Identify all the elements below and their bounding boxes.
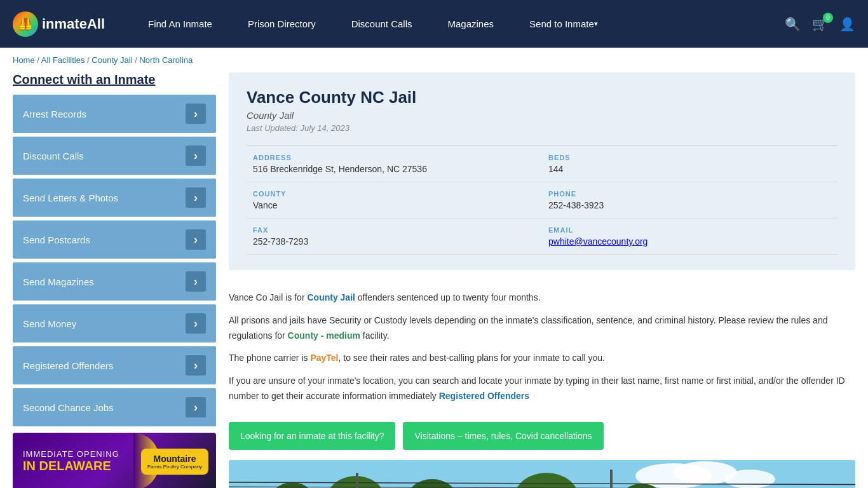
breadcrumb: Home / All Facilities / County Jail / No… — [0, 48, 868, 72]
fax-cell: FAX 252-738-7293 — [247, 219, 542, 255]
desc-para-1: Vance Co Jail is for County Jail offende… — [229, 290, 855, 306]
address-cell: ADDRESS 516 Breckenridge St, Henderson, … — [247, 146, 542, 182]
ad-text: IMMEDIATE OPENING IN DELAWARE — [13, 442, 133, 481]
arrow-icon: › — [186, 187, 206, 208]
info-grid: ADDRESS 516 Breckenridge St, Henderson, … — [247, 146, 837, 255]
county-cell: COUNTY Vance — [247, 182, 542, 219]
action-buttons: Looking for an inmate at this facility? … — [229, 422, 855, 450]
nav-magazines[interactable]: Magazines — [430, 0, 512, 48]
breadcrumb-county-jail[interactable]: County Jail — [92, 55, 132, 65]
logo[interactable]: 🦺 inmateAll — [13, 11, 105, 37]
breadcrumb-all-facilities[interactable]: All Facilities — [41, 55, 85, 65]
arrow-icon: › — [186, 271, 206, 292]
breadcrumb-home[interactable]: Home — [13, 55, 35, 65]
sidebar-send-money[interactable]: Send Money › — [13, 304, 216, 342]
arrow-icon: › — [186, 146, 206, 166]
phone-label: PHONE — [548, 190, 831, 198]
desc-para-3: The phone carrier is PayTel, to see thei… — [229, 351, 855, 366]
email-label: EMAIL — [548, 226, 831, 234]
logo-text: inmateAll — [42, 16, 105, 32]
site-header: 🦺 inmateAll Find An Inmate Prison Direct… — [0, 0, 868, 48]
phone-cell: PHONE 252-438-3923 — [542, 182, 837, 219]
connect-heading: Connect with an Inmate — [13, 72, 216, 87]
sidebar-send-letters[interactable]: Send Letters & Photos › — [13, 179, 216, 217]
sidebar-send-magazines[interactable]: Send Magazines › — [13, 262, 216, 301]
county-label: COUNTY — [253, 190, 536, 198]
facility-updated: Last Updated: July 14, 2023 — [247, 123, 837, 133]
cart-badge: 0 — [823, 13, 833, 23]
logo-icon: 🦺 — [13, 11, 38, 37]
facility-title: Vance County NC Jail — [247, 88, 837, 107]
sidebar-discount-calls[interactable]: Discount Calls › — [13, 137, 216, 175]
ad-logo-text: Mountaire — [147, 454, 202, 464]
svg-rect-13 — [610, 470, 613, 488]
facility-photo — [229, 460, 855, 488]
main-nav: Find An Inmate Prison Directory Discount… — [130, 0, 785, 48]
sidebar-arrest-records[interactable]: Arrest Records › — [13, 95, 216, 133]
main-content: Connect with an Inmate Arrest Records › … — [0, 72, 868, 488]
nav-discount-calls[interactable]: Discount Calls — [334, 0, 430, 48]
county-jail-link[interactable]: County Jail — [307, 292, 355, 302]
beds-value: 144 — [548, 164, 831, 174]
right-content: Vance County NC Jail County Jail Last Up… — [229, 72, 855, 488]
arrow-icon: › — [186, 355, 206, 376]
sidebar-second-chance-jobs[interactable]: Second Chance Jobs › — [13, 388, 216, 426]
facility-description: Vance Co Jail is for County Jail offende… — [229, 280, 855, 422]
svg-point-3 — [724, 470, 775, 488]
ad-logo-sub: Farms Poultry Company — [147, 464, 202, 470]
email-cell: EMAIL pwhite@vancecounty.org — [542, 219, 837, 255]
header-icons: 🔍 🛒 0 👤 — [785, 17, 855, 32]
ad-line1: IMMEDIATE OPENING — [23, 449, 123, 459]
county-medium-link[interactable]: County - medium — [288, 330, 360, 341]
fax-label: FAX — [253, 226, 536, 234]
svg-rect-12 — [356, 473, 358, 488]
desc-para-4: If you are unsure of your inmate's locat… — [229, 374, 855, 404]
beds-cell: BEDS 144 — [542, 146, 837, 182]
phone-value: 252-438-3923 — [548, 200, 831, 210]
search-icon[interactable]: 🔍 — [785, 17, 801, 32]
beds-label: BEDS — [548, 154, 831, 161]
nav-send-to-inmate[interactable]: Send to Inmate — [512, 0, 616, 48]
breadcrumb-north-carolina[interactable]: North Carolina — [139, 55, 193, 65]
cart-icon[interactable]: 🛒 0 — [812, 17, 828, 32]
email-value: pwhite@vancecounty.org — [548, 236, 831, 247]
arrow-icon: › — [186, 229, 206, 250]
facility-card: Vance County NC Jail County Jail Last Up… — [229, 72, 855, 270]
user-icon[interactable]: 👤 — [839, 17, 855, 32]
arrow-icon: › — [186, 313, 206, 334]
registered-offenders-link[interactable]: Registered Offenders — [439, 391, 529, 401]
ad-line2: IN DELAWARE — [23, 459, 123, 473]
arrow-icon: › — [186, 104, 206, 124]
sidebar-registered-offenders[interactable]: Registered Offenders › — [13, 346, 216, 384]
desc-para-2: All prisons and jails have Security or C… — [229, 313, 855, 344]
arrow-icon: › — [186, 397, 206, 417]
email-link[interactable]: pwhite@vancecounty.org — [548, 236, 648, 247]
facility-type: County Jail — [247, 110, 837, 121]
visitations-btn[interactable]: Visitations – times, rules, Covid cancel… — [403, 422, 603, 450]
fax-value: 252-738-7293 — [253, 236, 536, 247]
left-sidebar: Connect with an Inmate Arrest Records › … — [13, 72, 216, 488]
address-label: ADDRESS — [253, 154, 536, 161]
nav-prison-directory[interactable]: Prison Directory — [230, 0, 334, 48]
find-inmate-btn[interactable]: Looking for an inmate at this facility? — [229, 422, 395, 450]
county-value: Vance — [253, 200, 536, 210]
ad-banner[interactable]: IMMEDIATE OPENING IN DELAWARE Mountaire … — [13, 433, 216, 488]
paytel-link[interactable]: PayTel — [310, 353, 338, 363]
sidebar-send-postcards[interactable]: Send Postcards › — [13, 220, 216, 259]
facility-photo-svg — [229, 460, 855, 488]
address-value: 516 Breckenridge St, Henderson, NC 27536 — [253, 164, 536, 174]
nav-find-inmate[interactable]: Find An Inmate — [130, 0, 230, 48]
